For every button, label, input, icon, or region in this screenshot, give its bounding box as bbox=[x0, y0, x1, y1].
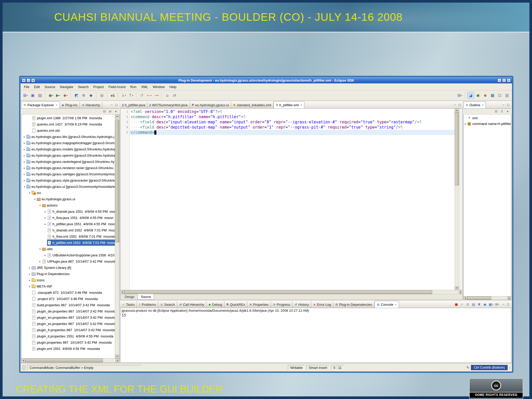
tree-item[interactable]: Xplugin.xml 1551 4/9/08 4:55 PM moovida bbox=[22, 345, 115, 352]
collapsed-arrow-icon[interactable]: ▸ bbox=[28, 266, 31, 269]
tree-item[interactable]: ▸eu.hydrologis.jgrass.libs [jgrass3.0/tr… bbox=[22, 134, 115, 140]
view-tab-plug-in-dependencies[interactable]: ⊞Plug-in Dependencies bbox=[333, 301, 374, 308]
minimize-button-icon[interactable]: − bbox=[497, 78, 501, 82]
maximize-view-icon[interactable]: □ bbox=[457, 103, 462, 107]
save-icon[interactable]: ▣ bbox=[29, 92, 36, 99]
tree-item[interactable]: ▸Jh_flow.java 1551 4/9/08 4:55 PM moovi bbox=[22, 215, 115, 221]
tree-item[interactable]: ▾actions bbox=[22, 202, 115, 208]
run-icon[interactable]: ▶▾ bbox=[55, 92, 62, 99]
new-wizard-icon[interactable]: ⊞▾ bbox=[22, 92, 29, 99]
tree-item[interactable]: =plugin_en.properties 867 10/14/07 3:42 … bbox=[22, 314, 115, 321]
next-annotation-icon[interactable]: ↓▾ bbox=[120, 92, 127, 99]
scroll-thumb[interactable] bbox=[124, 290, 432, 294]
sort-icon[interactable]: ↕ bbox=[499, 109, 504, 114]
tree-item[interactable]: ▸META-INF bbox=[22, 283, 115, 289]
minimize-view-icon[interactable]: − bbox=[110, 103, 114, 107]
remove-all-launches-icon[interactable]: ⊠ bbox=[465, 302, 470, 307]
collapsed-arrow-icon[interactable]: ▸ bbox=[38, 260, 42, 263]
scroll-left-icon[interactable] bbox=[464, 296, 467, 300]
scroll-track[interactable] bbox=[25, 358, 116, 362]
tree-item[interactable]: Xh_pitfiller.xml 1552 4/9/08 7:01 PM moo… bbox=[22, 240, 115, 246]
editor-vertical-scrollbar[interactable] bbox=[455, 109, 459, 290]
tree-item[interactable]: ▸eu.hydrologis.jgrass.models [jgrass3.0/… bbox=[22, 146, 115, 152]
close-tab-icon[interactable]: × bbox=[56, 104, 57, 107]
view-tab-plug-ins[interactable]: ◆Plug-ins bbox=[60, 102, 80, 108]
collapsed-arrow-icon[interactable]: ▸ bbox=[23, 142, 26, 144]
tree-vertical-scrollbar[interactable] bbox=[115, 115, 119, 358]
perspective-plugin-development-icon[interactable]: ◪ bbox=[467, 92, 474, 99]
scroll-thumb[interactable] bbox=[467, 296, 491, 300]
editor-tab-eu-hydrologis-jgrass-ui[interactable]: Peu.hydrologis.jgrass.ui bbox=[190, 102, 231, 108]
tree-item[interactable]: ▸JUIPlugin.java 867 10/14/07 3:42 PM moo… bbox=[22, 258, 115, 264]
view-tab-tasks[interactable]: ✓Tasks bbox=[120, 301, 137, 308]
tree-item[interactable]: ▾src bbox=[22, 190, 115, 196]
editor-tab-h-pitfiller-java[interactable]: Jh_pitfiller.java bbox=[120, 102, 148, 108]
tree-item[interactable]: Xh_draindir.xml 1552 4/9/08 7:01 PM moo bbox=[22, 227, 115, 233]
collapsed-arrow-icon[interactable]: ▸ bbox=[28, 285, 31, 288]
tree-item[interactable]: ▸eu.hydrologis.jgrass.renderer.raster [j… bbox=[22, 165, 115, 171]
tree-item[interactable]: ▸Jh_pitfiller.java 1551 4/9/08 4:55 PM m… bbox=[22, 221, 115, 227]
code-editor[interactable]: <?xml·version="1.0"·encoding="UTF-8"?>¶<… bbox=[130, 109, 455, 290]
open-plugin-artifact-icon[interactable]: ◆ bbox=[88, 92, 94, 99]
collapsed-arrow-icon[interactable]: ▸ bbox=[23, 179, 26, 182]
scroll-down-icon[interactable] bbox=[455, 286, 459, 290]
collapsed-arrow-icon[interactable]: ▸ bbox=[23, 167, 26, 169]
clear-console-icon[interactable]: ▤ bbox=[471, 302, 476, 307]
scroll-thumb[interactable] bbox=[115, 119, 119, 242]
tree-item[interactable]: ▾eu.hydrologis.jgrass.ui [jgrass3.0/comm… bbox=[22, 183, 115, 190]
collapsed-arrow-icon[interactable]: ▸ bbox=[23, 160, 26, 163]
perspective-java-icon[interactable]: ◆ bbox=[482, 92, 489, 99]
tree-item[interactable]: ▸icons bbox=[22, 277, 115, 283]
print-icon[interactable]: ▤ bbox=[37, 92, 43, 99]
tree-item[interactable]: ▸eu.hydrologis.jgrass.style.jgrassraster… bbox=[22, 177, 115, 183]
tree-horizontal-scrollbar[interactable] bbox=[22, 358, 119, 362]
toggle-mark-occurrences-icon[interactable]: ⌂ bbox=[164, 92, 171, 99]
window-titlebar[interactable]: ×−▾ Plug-in Development - eu.hydrologis.… bbox=[21, 77, 512, 83]
window-menu-button-icon[interactable]: ▾ bbox=[31, 78, 35, 82]
collapsed-arrow-icon[interactable]: ▸ bbox=[28, 272, 31, 275]
close-tab-icon[interactable]: × bbox=[301, 104, 302, 107]
scroll-right-icon[interactable] bbox=[507, 296, 511, 300]
outline-item[interactable]: ▸ecommand name=h.pitfiller bbox=[464, 121, 511, 127]
menu-run[interactable]: Run bbox=[128, 84, 139, 90]
scroll-track[interactable] bbox=[467, 296, 507, 300]
tree-item[interactable]: ▸eu.hydrologis.jgrass.saintgeo [jgrass3.… bbox=[22, 171, 115, 177]
menu-navigate[interactable]: Navigate bbox=[58, 84, 76, 90]
tab-source[interactable]: Source bbox=[137, 294, 154, 300]
view-tab-quickrex[interactable]: RQuickREx bbox=[224, 301, 247, 308]
collapsed-arrow-icon[interactable]: ▸ bbox=[23, 135, 26, 138]
expanded-arrow-icon[interactable]: ▾ bbox=[38, 248, 42, 250]
view-tab-progress[interactable]: ◔Progress bbox=[271, 301, 293, 308]
menu-field-assist[interactable]: Field Assist bbox=[106, 84, 128, 90]
view-tab-hierarchy[interactable]: ≡Hierarchy bbox=[80, 102, 102, 108]
collapsed-arrow-icon[interactable]: ▸ bbox=[28, 279, 31, 282]
scroll-left-icon[interactable] bbox=[120, 290, 124, 294]
tree-item[interactable]: ▸eu.hydrologis.jgrass.openmi [jgrass3.0/… bbox=[22, 152, 115, 158]
chevron-right-icon[interactable]: › bbox=[509, 365, 510, 370]
display-selected-console-icon[interactable]: ▦▾ bbox=[488, 302, 494, 307]
open-perspective-icon[interactable]: ⊞▾ bbox=[456, 92, 463, 99]
scroll-track[interactable] bbox=[455, 112, 459, 286]
back-icon[interactable]: ←▾ bbox=[146, 92, 152, 99]
status-ctrl-contrib-button[interactable]: Ctrl Contrib (Bottom) bbox=[471, 365, 508, 370]
expanded-arrow-icon[interactable]: ▾ bbox=[28, 191, 31, 194]
collapsed-arrow-icon[interactable]: ▸ bbox=[23, 154, 26, 157]
code-line-4[interactable]: ····<field·desc="depitted·output·map"·na… bbox=[130, 125, 455, 130]
code-line-2[interactable]: <command·descr="h.pitfiller"·name="h.pit… bbox=[130, 114, 455, 119]
maximize-button-icon[interactable]: □ bbox=[502, 78, 506, 82]
perspective-resource-icon[interactable]: ⊡ bbox=[496, 92, 503, 99]
collapsed-arrow-icon[interactable]: ▸ bbox=[43, 223, 47, 225]
editor-tab-h-pitfiller-xml[interactable]: Xh_pitfiller.xml× bbox=[274, 101, 304, 108]
collapsed-arrow-icon[interactable]: ▸ bbox=[43, 216, 47, 219]
tree-item[interactable]: =plugin_it.properties 1551 4/9/08 4:55 P… bbox=[22, 333, 115, 339]
scroll-track[interactable] bbox=[115, 118, 119, 355]
view-tab-package-explorer[interactable]: ⊞Package Explorer× bbox=[21, 101, 60, 108]
view-menu-icon[interactable]: ▾ bbox=[113, 109, 118, 114]
menu-help[interactable]: Help bbox=[167, 84, 179, 90]
scroll-thumb[interactable] bbox=[25, 358, 103, 362]
view-tab-history[interactable]: ↺History bbox=[292, 301, 311, 308]
close-tab-icon[interactable]: × bbox=[482, 104, 483, 107]
code-line-1[interactable]: <?xml·version="1.0"·encoding="UTF-8"?>¶ bbox=[130, 109, 455, 114]
code-line-3[interactable]: ····<field·desc="input·elevation·map"·na… bbox=[130, 119, 455, 125]
tree-item[interactable]: =plugin_es.properties 867 10/14/07 3:42 … bbox=[22, 321, 115, 327]
